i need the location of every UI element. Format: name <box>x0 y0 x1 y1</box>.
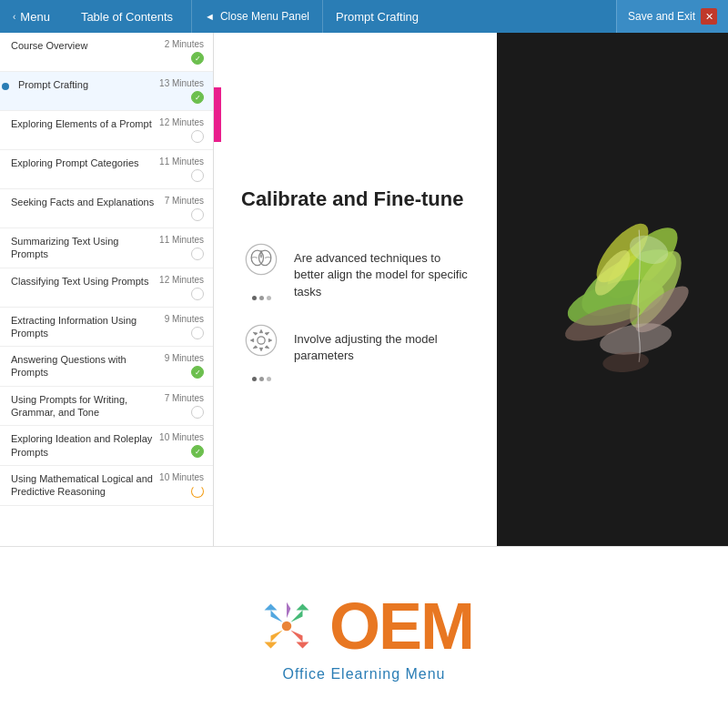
sidebar-item-3[interactable]: Exploring Prompt Categories11 Minutes <box>0 150 213 189</box>
status-empty-icon <box>191 130 204 143</box>
bullet-dots-2 <box>252 377 271 381</box>
sidebar-item-5[interactable]: Summarizing Text Using Prompts11 Minutes <box>0 228 213 268</box>
save-exit-label: Save and Exit <box>628 10 695 23</box>
status-empty-icon <box>191 288 204 300</box>
status-complete-icon: ✓ <box>191 366 204 379</box>
sidebar-item-label: Prompt Crafting <box>18 78 154 91</box>
sidebar-item-meta: 2 Minutes✓ <box>165 39 204 65</box>
bullet-text-2: Involve adjusting the model parameters <box>294 320 470 364</box>
sidebar-item-6[interactable]: Classifying Text Using Prompts12 Minutes <box>0 268 213 308</box>
sidebar-item-label: Using Mathematical Logical and Predictiv… <box>11 472 154 499</box>
close-menu-button[interactable]: ◄ Close Menu Panel <box>192 0 323 33</box>
sidebar-item-duration: 2 Minutes <box>165 39 204 49</box>
current-module-title: Prompt Crafting <box>323 10 616 24</box>
sidebar-item-duration: 10 Minutes <box>159 432 204 442</box>
sidebar-item-meta: 11 Minutes <box>159 235 204 260</box>
menu-label: Menu <box>20 10 50 24</box>
sidebar-item-duration: 13 Minutes <box>159 78 204 88</box>
slide-main: Calibrate and Fine-tune <box>214 33 497 546</box>
sidebar-item-10[interactable]: Exploring Ideation and Roleplay Prompts1… <box>0 426 213 466</box>
sidebar-item-2[interactable]: Exploring Elements of a Prompt12 Minutes <box>0 111 213 150</box>
menu-button[interactable]: ‹ Menu <box>0 0 63 33</box>
sidebar-item-duration: 10 Minutes <box>159 472 204 482</box>
sidebar-item-0[interactable]: Course Overview2 Minutes✓ <box>0 33 213 72</box>
sidebar-item-label: Seeking Facts and Explanations <box>11 196 159 208</box>
sidebar-item-meta: 12 Minutes <box>159 275 204 300</box>
save-exit-button[interactable]: Save and Exit ✕ <box>616 0 728 33</box>
sidebar-item-label: Exploring Elements of a Prompt <box>11 117 154 130</box>
sidebar-item-label: Summarizing Text Using Prompts <box>11 235 154 261</box>
active-dot-indicator <box>2 83 9 90</box>
gear-icon <box>241 320 281 360</box>
sidebar-item-duration: 9 Minutes <box>165 353 204 363</box>
sidebar-item-meta: 7 Minutes <box>165 196 204 221</box>
sidebar-item-duration: 11 Minutes <box>159 235 204 245</box>
logo-container: OEM Office Elearning Menu <box>255 593 473 682</box>
slide-area: Calibrate and Fine-tune <box>214 33 728 546</box>
sidebar-toc: Course Overview2 Minutes✓Prompt Crafting… <box>0 33 214 546</box>
logo-section: OEM Office Elearning Menu <box>0 546 728 728</box>
main-content: Course Overview2 Minutes✓Prompt Crafting… <box>0 33 728 546</box>
sidebar-item-label: Exploring Ideation and Roleplay Prompts <box>11 432 154 459</box>
sidebar-item-duration: 9 Minutes <box>165 314 204 324</box>
sidebar-item-duration: 7 Minutes <box>165 196 204 206</box>
sidebar-item-meta: 9 Minutes✓ <box>165 353 204 379</box>
slide-image <box>497 33 728 546</box>
sidebar-item-7[interactable]: Extracting Information Using Prompts9 Mi… <box>0 308 213 348</box>
svg-point-17 <box>282 621 292 631</box>
svg-point-4 <box>258 337 265 344</box>
sidebar-item-8[interactable]: Answering Questions with Prompts9 Minute… <box>0 347 213 387</box>
logo-subtitle: Office Elearning Menu <box>282 666 445 682</box>
slide-bullet-2: Involve adjusting the model parameters <box>241 320 470 381</box>
sidebar-item-label: Course Overview <box>11 39 159 52</box>
status-complete-icon: ✓ <box>191 445 204 458</box>
sidebar-item-meta: 13 Minutes✓ <box>159 78 204 104</box>
sidebar-item-meta: 9 Minutes <box>165 314 204 339</box>
top-nav-right: ◄ Close Menu Panel Prompt Crafting Save … <box>192 0 728 33</box>
chevron-left-icon: ‹ <box>13 12 15 22</box>
bullet-text-1: Are advanced techniques to better align … <box>294 239 470 300</box>
content-panel: Calibrate and Fine-tune <box>214 33 728 546</box>
sidebar-item-duration: 7 Minutes <box>165 393 204 403</box>
top-nav-left: ‹ Menu Table of Contents <box>0 0 192 33</box>
logo-row: OEM <box>255 593 473 659</box>
slide-title: Calibrate and Fine-tune <box>241 187 470 213</box>
close-menu-label: Close Menu Panel <box>220 10 309 23</box>
sidebar-item-label: Extracting Information Using Prompts <box>11 314 159 340</box>
close-x-icon: ✕ <box>701 8 717 25</box>
sidebar-item-meta: 10 Minutes <box>159 472 204 498</box>
sidebar-item-meta: 12 Minutes <box>159 117 204 143</box>
top-navigation: ‹ Menu Table of Contents ◄ Close Menu Pa… <box>0 0 728 33</box>
status-empty-icon <box>191 208 204 221</box>
sidebar-item-duration: 12 Minutes <box>159 117 204 127</box>
sidebar-item-label: Answering Questions with Prompts <box>11 353 159 379</box>
toc-button[interactable]: Table of Contents <box>63 0 191 33</box>
sidebar-item-label: Exploring Prompt Categories <box>11 157 154 169</box>
sidebar-item-meta: 7 Minutes <box>165 393 204 419</box>
sidebar-item-9[interactable]: Using Prompts for Writing, Grammar, and … <box>0 387 213 427</box>
logo-text: OEM <box>329 593 473 659</box>
status-complete-icon: ✓ <box>191 52 204 65</box>
toc-label: Table of Contents <box>81 10 173 24</box>
status-empty-icon <box>191 169 204 182</box>
brain-icon <box>241 239 281 279</box>
sidebar-item-meta: 11 Minutes <box>159 157 204 182</box>
chevron-left-icon: ◄ <box>205 11 215 22</box>
svg-point-0 <box>246 245 276 275</box>
status-empty-icon <box>191 248 204 260</box>
slide-bullet-1: Are advanced techniques to better align … <box>241 239 470 300</box>
status-in-progress-icon <box>191 485 204 498</box>
sidebar-item-4[interactable]: Seeking Facts and Explanations7 Minutes <box>0 189 213 228</box>
status-empty-icon <box>191 406 204 419</box>
sidebar-item-meta: 10 Minutes✓ <box>159 432 204 458</box>
sidebar-item-duration: 11 Minutes <box>159 157 204 167</box>
sidebar-item-1[interactable]: Prompt Crafting13 Minutes✓ <box>0 72 213 111</box>
sidebar-item-11[interactable]: Using Mathematical Logical and Predictiv… <box>0 466 213 506</box>
sidebar-item-label: Classifying Text Using Prompts <box>11 275 154 288</box>
pink-accent-bar <box>214 87 221 142</box>
bullet-dots-1 <box>252 296 271 300</box>
status-empty-icon <box>191 327 204 339</box>
oem-logo-icon <box>255 594 318 658</box>
sidebar-item-duration: 12 Minutes <box>159 275 204 285</box>
sidebar-item-label: Using Prompts for Writing, Grammar, and … <box>11 393 159 420</box>
